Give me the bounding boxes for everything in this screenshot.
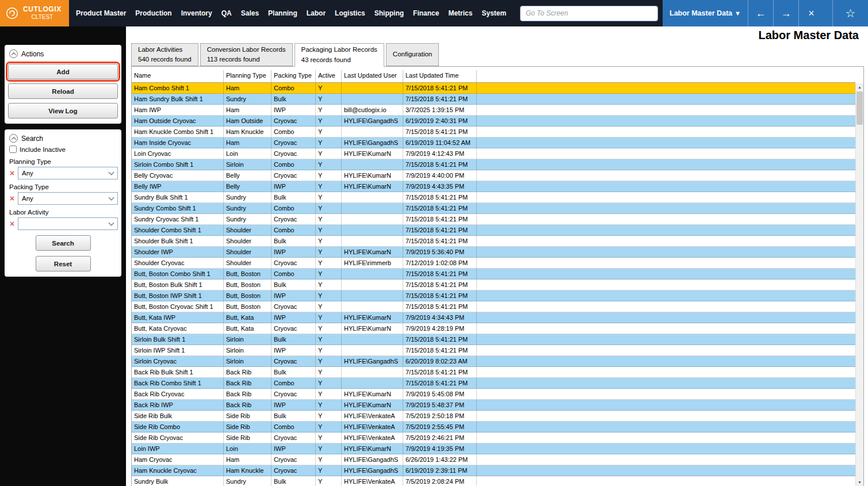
cell-planning-type: Shoulder	[224, 258, 272, 268]
menu-item-shipping[interactable]: Shipping	[370, 0, 408, 26]
logo-title: CUTLOGIX	[23, 6, 62, 14]
table-row[interactable]: Butt, Kata CryovacButt, KataCryovacYHYLI…	[132, 323, 855, 334]
menu-item-qa[interactable]: QA	[217, 0, 236, 26]
collapse-chevron-icon[interactable]	[9, 134, 18, 143]
menu-item-system[interactable]: System	[477, 0, 511, 26]
table-row[interactable]: Back Rib Combo Shift 1Back RibComboY7/15…	[132, 378, 855, 389]
table-row[interactable]: Shoulder CryovacShoulderCryovacYHYLIFE\r…	[132, 258, 855, 269]
scroll-up-arrow-icon[interactable]: ▲	[856, 83, 863, 91]
search-panel-header: Search	[8, 133, 118, 144]
scroll-down-arrow-icon[interactable]: ▼	[856, 479, 863, 486]
search-button[interactable]: Search	[36, 235, 91, 251]
table-row[interactable]: Ham CryovacHamCryovacYHYLIFE\GangadhS6/2…	[132, 454, 855, 465]
table-row[interactable]: Ham Sundry Bulk Shift 1SundryBulkY7/15/2…	[132, 94, 855, 105]
table-row[interactable]: Sundry Bulk Shift 1SundryBulkY7/15/2018 …	[132, 192, 855, 203]
table-row[interactable]: Belly IWPBellyIWPYHYLIFE\KumarN7/9/2019 …	[132, 181, 855, 192]
clear-filter-icon[interactable]: ×	[8, 169, 16, 177]
column-header-active[interactable]: Active	[316, 70, 342, 82]
goto-screen-input[interactable]	[520, 6, 658, 21]
table-row[interactable]: Butt, Kata IWPButt, KataIWPYHYLIFE\Kumar…	[132, 312, 855, 323]
table-row[interactable]: Shoulder IWPShoulderIWPYHYLIFE\KumarN7/9…	[132, 247, 855, 258]
table-row[interactable]: Sundry Combo Shift 1SundryComboY7/15/201…	[132, 203, 855, 214]
include-inactive-checkbox[interactable]	[9, 146, 17, 153]
clear-filter-icon[interactable]: ×	[8, 194, 16, 202]
planning-type-combobox[interactable]: Any	[18, 167, 118, 179]
table-row[interactable]: Loin IWPLoinIWPYHYLIFE\KumarN7/9/2019 4:…	[132, 443, 855, 454]
cell-last-updated-user: HYLIFE\GangadhS	[342, 137, 403, 148]
table-row[interactable]: Sirloin IWP Shift 1SirloinIWPY7/15/2018 …	[132, 345, 855, 356]
table-row[interactable]: Butt, Boston Bulk Shift 1Butt, BostonBul…	[132, 280, 855, 290]
menu-item-finance[interactable]: Finance	[408, 0, 443, 26]
menu-item-labor[interactable]: Labor	[302, 0, 330, 26]
table-row[interactable]: Sirloin CryovacSirloinCryovacYHYLIFE\Gan…	[132, 356, 855, 367]
cell-name: Side Rib Bulk	[132, 411, 224, 421]
tab-conversion-labor-records[interactable]: Conversion Labor Records113 records foun…	[200, 43, 293, 66]
include-inactive-row[interactable]: Include Inactive	[8, 144, 118, 154]
table-row[interactable]: Butt, Boston IWP Shift 1Butt, BostonIWPY…	[132, 290, 855, 301]
table-row[interactable]: Shoulder Bulk Shift 1ShoulderBulkY7/15/2…	[132, 236, 855, 247]
clear-filter-icon[interactable]: ×	[8, 220, 16, 228]
cell-active: Y	[316, 323, 342, 334]
planning-type-label: Planning Type	[9, 158, 117, 165]
column-header-planning-type[interactable]: Planning Type	[224, 70, 272, 82]
close-screen-button[interactable]: ×	[798, 0, 824, 26]
cell-packing-type: Cryovac	[272, 389, 316, 399]
table-row[interactable]: Back Rib IWPBack RibIWPYHYLIFE\KumarN7/9…	[132, 400, 855, 411]
menu-item-metrics[interactable]: Metrics	[443, 0, 477, 26]
menu-item-production[interactable]: Production	[131, 0, 176, 26]
view-log-button[interactable]: View Log	[8, 103, 118, 118]
column-header-packing-type[interactable]: Packing Type	[272, 70, 316, 82]
table-row[interactable]: Ham Knuckle Combo Shift 1Ham KnuckleComb…	[132, 127, 855, 137]
tab-packaging-labor-records[interactable]: Packaging Labor Records43 records found	[295, 43, 384, 67]
app-logo[interactable]: CUTLOGIX CLTEST	[0, 0, 69, 26]
table-row[interactable]: Side Rib CryovacSide RibCryovacYHYLIFE\V…	[132, 433, 855, 443]
column-header-last-updated-user[interactable]: Last Updated User	[342, 70, 403, 82]
menu-item-logistics[interactable]: Logistics	[330, 0, 370, 26]
forward-button[interactable]: →	[773, 0, 798, 26]
tab-configuration[interactable]: Configuration	[386, 43, 439, 66]
cell-last-updated-time: 7/15/2018 5:41:21 PM	[403, 192, 477, 202]
table-row[interactable]: Sundry BulkSundryBulkYHYLIFE\VenkateA7/5…	[132, 476, 855, 486]
favorite-star-button[interactable]: ☆	[832, 0, 868, 26]
column-header-name[interactable]: Name	[132, 70, 224, 82]
menu-item-product-master[interactable]: Product Master	[71, 0, 131, 26]
back-button[interactable]: ←	[748, 0, 773, 26]
reset-button[interactable]: Reset	[36, 256, 91, 271]
collapse-chevron-icon[interactable]	[9, 49, 18, 58]
table-row[interactable]: Back Rib CryovacBack RibCryovacYHYLIFE\K…	[132, 389, 855, 400]
table-row[interactable]: Butt, Boston Cryovac Shift 1Butt, Boston…	[132, 301, 855, 312]
table-row[interactable]: Sirloin Combo Shift 1SirloinComboY7/15/2…	[132, 159, 855, 170]
table-row[interactable]: Loin CryovacLoinCryovacYHYLIFE\KumarN7/9…	[132, 148, 855, 159]
table-row[interactable]: Ham Outside CryovacHam OutsideCryovacYHY…	[132, 116, 855, 127]
cell-last-updated-time: 6/20/2019 8:02:23 AM	[403, 356, 477, 366]
cell-planning-type: Sundry	[224, 192, 272, 202]
menu-item-inventory[interactable]: Inventory	[177, 0, 217, 26]
menu-item-sales[interactable]: Sales	[236, 0, 263, 26]
cell-name: Butt, Boston Combo Shift 1	[132, 269, 224, 279]
table-row[interactable]: Ham Knuckle CryovacHam KnuckleCryovacYHY…	[132, 465, 855, 476]
table-row[interactable]: Sundry Cryovac Shift 1SundryCryovacY7/15…	[132, 214, 855, 225]
reload-button[interactable]: Reload	[8, 83, 118, 99]
table-row[interactable]: Belly CryovacBellyCryovacYHYLIFE\KumarN7…	[132, 170, 855, 181]
cell-packing-type: IWP	[272, 290, 316, 301]
scroll-thumb[interactable]	[856, 91, 863, 125]
table-row[interactable]: Ham Combo Shift 1HamComboY7/15/2018 5:41…	[132, 83, 855, 94]
table-row[interactable]: Back Rib Bulk Shift 1Back RibBulkY7/15/2…	[132, 367, 855, 378]
menu-item-planning[interactable]: Planning	[263, 0, 302, 26]
table-row[interactable]: Side Rib ComboSide RibComboYHYLIFE\Venka…	[132, 422, 855, 433]
table-row[interactable]: Butt, Boston Combo Shift 1Butt, BostonCo…	[132, 269, 855, 280]
table-row[interactable]: Shoulder Combo Shift 1ShoulderComboY7/15…	[132, 225, 855, 236]
table-row[interactable]: Sirloin Bulk Shift 1SirloinBulkY7/15/201…	[132, 334, 855, 345]
screen-selector-dropdown[interactable]: Labor Master Data ▼	[663, 0, 748, 26]
column-header-last-updated-time[interactable]: Last Updated Time	[403, 70, 477, 82]
tab-labor-activities[interactable]: Labor Activities540 records found	[131, 43, 198, 66]
labor-activity-combobox[interactable]	[18, 217, 118, 230]
packing-type-combobox[interactable]: Any	[18, 192, 118, 205]
table-row[interactable]: Ham IWPHamIWPYbill@cutlogix.io3/7/2025 1…	[132, 105, 855, 116]
cell-planning-type: Ham	[224, 454, 272, 465]
table-row[interactable]: Ham Inside CryovacHamCryovacYHYLIFE\Gang…	[132, 137, 855, 148]
table-row[interactable]: Side Rib BulkSide RibBulkYHYLIFE\Venkate…	[132, 411, 855, 422]
add-button[interactable]: Add	[8, 64, 118, 79]
vertical-scrollbar[interactable]: ▲ ▼	[855, 83, 863, 486]
search-fields: Planning Type×AnyPacking Type×AnyLabor A…	[8, 158, 118, 230]
